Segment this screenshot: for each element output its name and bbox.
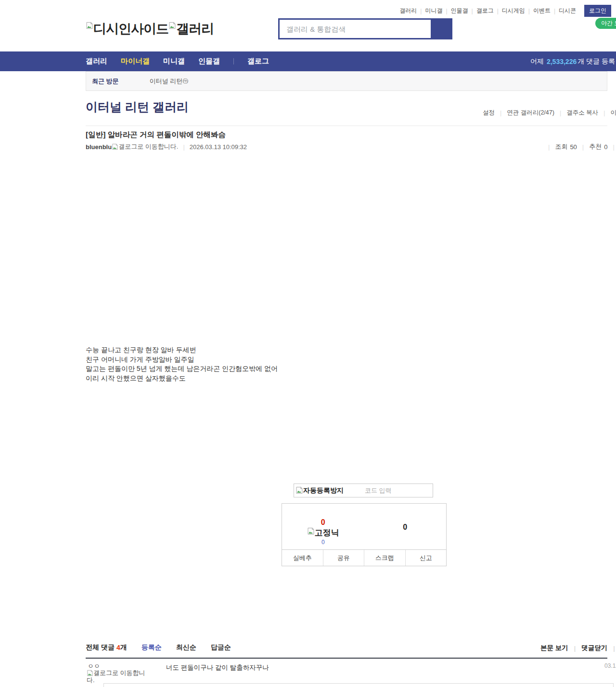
comment-reply-box[interactable] <box>103 683 614 687</box>
stats-prefix: 어제 <box>530 57 544 66</box>
site-logo[interactable]: 디시인사이드 갤러리 <box>86 20 214 38</box>
top-link-persongall[interactable]: 인물갤 <box>448 7 472 15</box>
gallery-title[interactable]: 이터널 리턴 갤러리 <box>86 99 189 115</box>
logo-text-gallery: 갤러리 <box>176 20 214 38</box>
broken-image-icon <box>307 527 315 535</box>
scrap-button[interactable]: 스크랩 <box>364 550 405 566</box>
dcinside-page: 갤러리| 미니갤| 인물갤| 갤로그| 디시게임| 이벤트| 디시콘 로그인 야… <box>0 0 616 687</box>
divider <box>86 126 607 126</box>
broken-image-icon <box>112 143 118 150</box>
night-mode-button[interactable]: 야간 모드 <box>595 18 616 29</box>
sort-by-reply-tab[interactable]: 답글순 <box>211 643 231 652</box>
comments-total-label: 전체 댓글 <box>86 643 115 652</box>
comments-total-suffix: 개 <box>120 643 127 652</box>
post-author[interactable]: bluenblu <box>86 143 112 151</box>
captcha-alt-text: 자동등록방지 <box>303 486 344 495</box>
author-gallog-link[interactable]: 갤로그로 이동합니다. <box>112 142 178 151</box>
captcha-image: 자동등록방지 <box>295 486 344 495</box>
broken-image-icon <box>295 486 303 494</box>
search-submit-button[interactable] <box>431 18 452 39</box>
post-body-line: 수능 끝나고 친구랑 현장 알바 두세번 <box>86 345 278 355</box>
related-galleries-link[interactable]: 연관 갤러리(2/47) <box>507 109 554 117</box>
search-input[interactable] <box>278 18 431 39</box>
recommend-label: 추천 <box>589 142 602 151</box>
nav-item-minigall[interactable]: 미니갤 <box>163 57 185 66</box>
copy-gallery-url-link[interactable]: 갤주소 복사 <box>566 109 598 117</box>
fixed-nick-label: 고정닉 <box>315 527 339 538</box>
captcha-box: 자동등록방지 <box>294 483 433 497</box>
gallery-header-links: 설정| 연관 갤러리(2/47)| 갤주소 복사| 이용 <box>483 109 616 117</box>
main-nav-items: 갤러리 마이너갤 미니갤 인물갤 갤로그 <box>86 51 269 71</box>
comments-header-links: 본문 보기 | 댓글닫기 | <box>540 644 615 652</box>
yesterday-comment-stats: 어제 2,533,226개 댓글 등록 <box>530 51 615 71</box>
broken-image-icon <box>86 22 93 29</box>
divider: | <box>603 110 605 116</box>
captcha-code-input[interactable] <box>344 487 433 494</box>
stats-suffix: 개 댓글 등록 <box>578 57 615 66</box>
top-link-event[interactable]: 이벤트 <box>530 7 554 15</box>
top-link-minigall[interactable]: 미니갤 <box>422 7 446 15</box>
nav-item-gallog[interactable]: 갤로그 <box>247 57 269 66</box>
nav-item-persongall[interactable]: 인물갤 <box>198 57 220 66</box>
close-comments-link[interactable]: 댓글닫기 <box>581 644 607 652</box>
downvote-column: 0 <box>364 504 447 549</box>
search-box <box>278 18 452 39</box>
sort-by-newest-tab[interactable]: 최신순 <box>176 643 196 652</box>
silbechu-button[interactable]: 실베추 <box>282 550 323 566</box>
minor-gallery-badge-icon: ⓜ <box>182 78 188 85</box>
nav-item-minorgall[interactable]: 마이너갤 <box>121 57 150 66</box>
views-label: 조회 <box>555 142 567 151</box>
usage-guide-link[interactable]: 이용 <box>610 109 616 117</box>
divider: | <box>500 110 501 116</box>
divider: | <box>183 143 184 151</box>
post-title-text: 알바라곤 거의 편돌이밖에 안해봐슴 <box>108 130 226 139</box>
broken-image-icon <box>87 670 93 676</box>
comment-date: 03.13 <box>604 662 616 669</box>
recent-gallery-name: 이터널 리턴 <box>150 77 183 85</box>
post-date: 2026.03.13 10:09:32 <box>190 143 247 151</box>
top-link-gallog[interactable]: 갤로그 <box>473 7 497 15</box>
upvote-column: 0 고정닉 0 <box>282 504 364 549</box>
stats-count: 2,533,226 <box>547 58 577 65</box>
post-title: [일반] 알바라곤 거의 편돌이밖에 안해봐슴 <box>86 130 226 140</box>
comment-author-gallog-link[interactable]: 갤로그로 이동합니다. <box>87 669 151 684</box>
post-category: [일반] <box>86 130 105 139</box>
vote-widget: 0 고정닉 0 0 실베추 공유 스크랩 신고 <box>282 503 447 566</box>
recent-gallery-link[interactable]: 이터널 리턴ⓜ <box>150 77 189 86</box>
gallog-alt-text: 갤로그로 이동합니다. <box>118 142 178 151</box>
nav-item-gallery[interactable]: 갤러리 <box>86 57 107 66</box>
divider: | <box>548 143 550 151</box>
views-value: 50 <box>570 143 577 151</box>
post-body-line: 말고는 편돌이만 5년 넘게 했는데 남은거라곤 인간혐오밖에 없어 <box>86 364 278 374</box>
comment-gallog-alt-text: 갤로그로 이동합니다. <box>87 669 145 684</box>
comments-header: 전체 댓글 4개 등록순 최신순 답글순 <box>86 643 231 652</box>
share-button[interactable]: 공유 <box>323 550 364 566</box>
logo-text-dcinside: 디시인사이드 <box>93 20 168 38</box>
divider: | <box>574 645 576 652</box>
fixed-nick-row: 고정닉 <box>282 527 364 538</box>
view-post-link[interactable]: 본문 보기 <box>540 644 568 652</box>
post-body: 수능 끝나고 친구랑 현장 알바 두세번 친구 어머니네 가게 주방알바 일주일… <box>86 345 278 383</box>
post-body-line: 이리 시작 안했으면 살자했을수도 <box>86 374 278 383</box>
recent-visit-bar: 최근 방문 이터널 리턴ⓜ <box>86 71 607 91</box>
gallery-settings-link[interactable]: 설정 <box>483 109 495 117</box>
login-button[interactable]: 로그인 <box>584 5 611 17</box>
post-body-line: 친구 어머니네 가게 주방알바 일주일 <box>86 355 278 365</box>
main-navbar: 갤러리 마이너갤 미니갤 인물갤 갤로그 어제 2,533,226개 댓글 등록 <box>0 51 616 71</box>
recommend-value: 0 <box>604 143 607 151</box>
top-link-dcgame[interactable]: 디시게임 <box>499 7 528 15</box>
upvote-count: 0 <box>282 518 364 527</box>
top-link-dccon[interactable]: 디시콘 <box>555 7 579 15</box>
comments-total-count: 4 <box>116 644 120 651</box>
top-utility-bar: 갤러리| 미니갤| 인물갤| 갤로그| 디시게임| 이벤트| 디시콘 로그인 <box>396 5 611 17</box>
divider: | <box>613 645 615 652</box>
divider: | <box>613 143 614 151</box>
post-stats-row: | 조회50 | 추천0 | <box>543 141 616 152</box>
vote-action-bar: 실베추 공유 스크랩 신고 <box>282 549 446 566</box>
comment-text: 너도 편돌이구나 같이 탈출하자꾸나 <box>166 663 269 672</box>
report-button[interactable]: 신고 <box>405 550 447 566</box>
divider <box>86 658 607 659</box>
divider: | <box>560 110 561 116</box>
top-link-gallery[interactable]: 갤러리 <box>396 7 420 15</box>
sort-by-registered-tab[interactable]: 등록순 <box>141 643 162 652</box>
